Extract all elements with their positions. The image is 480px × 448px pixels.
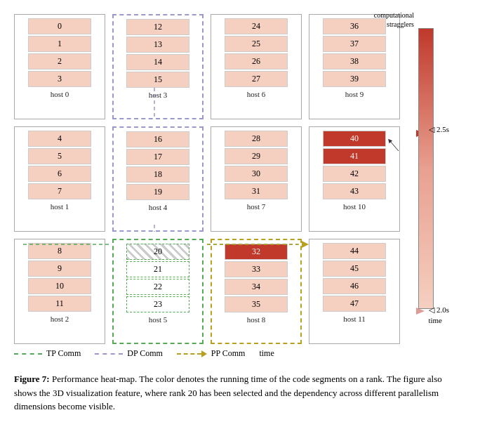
host-box-8: 32 33 34 35 host 8 [211, 239, 302, 344]
rank-31: 31 [225, 183, 288, 199]
diagram-area: 0 1 2 3 host 0 12 13 14 15 host 3 24 25 … [7, 7, 470, 344]
rank-2: 2 [28, 53, 91, 70]
host-label-3: host 3 [149, 91, 168, 99]
rank-10: 10 [28, 278, 91, 294]
host-label-7: host 7 [247, 202, 266, 211]
rank-11: 11 [28, 296, 91, 312]
rank-39: 39 [323, 71, 386, 87]
host-box-7: 28 29 30 31 host 7 [211, 126, 302, 232]
host-label-0: host 0 [51, 90, 69, 98]
host-box-6: 24 25 26 27 host 6 [211, 14, 302, 119]
rank-44: 44 [323, 243, 386, 259]
rank-30: 30 [225, 166, 288, 182]
rank-17: 17 [126, 149, 189, 165]
rank-43: 43 [323, 183, 386, 199]
rank-15: 15 [126, 72, 189, 88]
rank-14: 14 [126, 54, 189, 70]
host-grid: 0 1 2 3 host 0 12 13 14 15 host 3 24 25 … [7, 7, 407, 351]
rank-27: 27 [225, 71, 288, 87]
rank-20: 20 [126, 244, 189, 260]
colorbar [418, 28, 434, 309]
pp-comm-arrowhead [201, 350, 207, 357]
rank-8: 8 [28, 243, 91, 259]
rank-23: 23 [126, 296, 189, 312]
rank-40: 40 [323, 131, 386, 147]
host-label-8: host 8 [247, 315, 266, 324]
pp-comm-arrow [177, 350, 207, 357]
rank-6: 6 [28, 166, 91, 182]
rank-28: 28 [225, 131, 288, 147]
host-label-2: host 2 [51, 315, 69, 323]
host-box-0: 0 1 2 3 host 0 [14, 14, 105, 119]
host-box-11: 44 45 46 47 host 11 [309, 239, 400, 344]
colorbar-label-25s: ◁ 2.5s [429, 125, 449, 134]
rank-42: 42 [323, 166, 386, 182]
pp-comm-line [177, 353, 201, 355]
host-box-3: 12 13 14 15 host 3 [112, 14, 204, 119]
rank-4: 4 [28, 131, 91, 147]
rank-29: 29 [225, 148, 288, 164]
host-label-4: host 4 [149, 203, 168, 211]
host-label-1: host 1 [51, 202, 69, 211]
tp-comm-line [14, 353, 42, 355]
host-box-2: 8 9 10 11 host 2 [14, 239, 105, 344]
host-label-9: host 9 [345, 90, 364, 98]
rank-5: 5 [28, 148, 91, 164]
rank-24: 24 [225, 18, 288, 34]
dp-comm-line [95, 353, 123, 355]
rank-35: 35 [225, 296, 288, 312]
host-box-9: 36 37 38 39 host 9 [309, 14, 400, 119]
rank-41: 41 [323, 148, 386, 164]
host-label-5: host 5 [149, 315, 168, 324]
colorbar-label-20s: ◁ 2.0s [429, 305, 449, 315]
stragglers-label: computationalstragglers [374, 11, 414, 29]
rank-0: 0 [28, 18, 91, 34]
host-label-11: host 11 [343, 315, 366, 323]
figure-number: Figure 7: [14, 374, 50, 384]
rank-34: 34 [225, 279, 288, 295]
rank-33: 33 [225, 261, 288, 277]
rank-1: 1 [28, 36, 91, 52]
figure-caption: Figure 7: Performance heat-map. The colo… [7, 369, 473, 417]
rank-47: 47 [323, 296, 386, 312]
host-box-10: 40 41 42 43 host 10 [309, 126, 400, 232]
rank-16: 16 [126, 131, 189, 147]
caption-text: Performance heat-map. The color denotes … [14, 374, 442, 411]
rank-26: 26 [225, 53, 288, 70]
rank-22: 22 [126, 279, 189, 295]
rank-45: 45 [323, 261, 386, 277]
host-box-5: 20 21 22 23 host 5 [112, 239, 204, 344]
rank-9: 9 [28, 261, 91, 277]
rank-12: 12 [126, 19, 189, 35]
time-label: time [428, 316, 442, 324]
rank-46: 46 [323, 278, 386, 294]
host-label-6: host 6 [247, 90, 266, 98]
rank-32: 32 [225, 244, 288, 260]
rank-19: 19 [126, 184, 189, 200]
rank-25: 25 [225, 36, 288, 52]
host-box-4: 16 17 18 19 host 4 [112, 126, 204, 232]
rank-3: 3 [28, 71, 91, 87]
rank-13: 13 [126, 37, 189, 53]
rank-18: 18 [126, 166, 189, 183]
rank-37: 37 [323, 36, 386, 52]
rank-21: 21 [126, 261, 189, 277]
rank-38: 38 [323, 53, 386, 70]
rank-7: 7 [28, 183, 91, 199]
host-label-10: host 10 [343, 202, 366, 211]
host-box-1: 4 5 6 7 host 1 [14, 126, 105, 232]
